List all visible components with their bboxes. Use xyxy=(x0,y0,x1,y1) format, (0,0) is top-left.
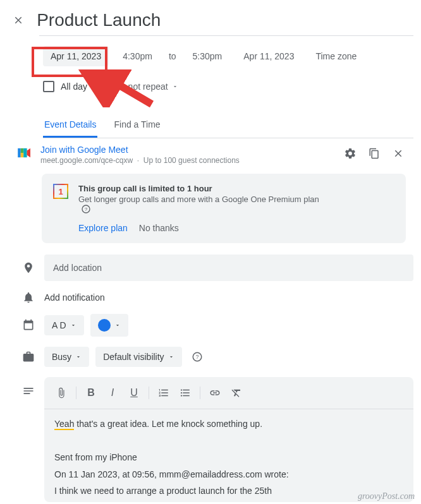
meet-settings-button[interactable] xyxy=(341,145,359,162)
tab-find-a-time[interactable]: Find a Time xyxy=(113,113,161,138)
numbered-list-button[interactable] xyxy=(154,383,173,402)
tab-event-details[interactable]: Event Details xyxy=(43,113,97,138)
editor-toolbar: B I U xyxy=(44,377,413,409)
visibility-dropdown[interactable]: Default visibility xyxy=(95,347,181,367)
timezone-button[interactable]: Time zone xyxy=(308,46,364,66)
calendar-color-dropdown[interactable] xyxy=(90,314,128,337)
join-google-meet-link[interactable]: Join with Google Meet xyxy=(40,145,333,155)
copy-icon xyxy=(369,148,380,159)
briefcase-icon xyxy=(18,351,39,363)
add-notification-button[interactable]: Add notification xyxy=(44,292,105,303)
google-one-banner: 1 This group call is limited to 1 hour G… xyxy=(42,174,406,243)
to-label: to xyxy=(166,51,179,61)
calendar-icon xyxy=(18,319,39,332)
help-icon[interactable]: ? xyxy=(81,204,91,214)
start-date-chip[interactable]: Apr 11, 2023 xyxy=(43,46,109,66)
notification-icon xyxy=(18,291,39,304)
svg-text:?: ? xyxy=(85,207,88,212)
watermark: groovyPost.com xyxy=(358,491,415,501)
link-button[interactable] xyxy=(205,383,224,402)
svg-text:?: ? xyxy=(195,354,198,360)
banner-text: Get longer group calls and more with a G… xyxy=(78,195,319,214)
chevron-down-icon xyxy=(75,354,82,360)
meet-subtext: meet.google.com/qce-cqxw · Up to 100 gue… xyxy=(40,156,333,165)
color-swatch xyxy=(98,319,111,332)
end-time-chip[interactable]: 5:30pm xyxy=(185,46,230,66)
link-icon xyxy=(209,387,221,399)
chevron-down-icon xyxy=(168,354,174,360)
google-one-icon: 1 xyxy=(53,184,68,199)
underline-button[interactable]: U xyxy=(125,383,143,402)
chevron-down-icon xyxy=(70,322,76,328)
all-day-checkbox[interactable] xyxy=(43,81,54,92)
repeat-label: Does not repeat xyxy=(105,81,168,92)
attach-button[interactable] xyxy=(52,383,71,402)
paperclip-icon xyxy=(56,387,67,399)
help-icon: ? xyxy=(192,351,203,363)
calendar-owner-dropdown[interactable]: A D xyxy=(44,315,84,335)
google-meet-icon xyxy=(18,147,32,159)
bullet-list-button[interactable] xyxy=(176,383,195,402)
gear-icon xyxy=(344,147,357,160)
close-button[interactable] xyxy=(10,11,27,29)
explore-plan-link[interactable]: Explore plan xyxy=(78,223,128,233)
bold-button[interactable]: B xyxy=(82,383,101,402)
location-icon xyxy=(18,261,39,274)
svg-rect-2 xyxy=(21,153,24,157)
close-icon xyxy=(393,148,404,159)
all-day-label: All day xyxy=(61,81,87,92)
start-time-chip[interactable]: 4:30pm xyxy=(115,46,160,66)
numbered-list-icon xyxy=(158,387,169,399)
bullet-list-icon xyxy=(180,387,191,399)
event-title-input[interactable] xyxy=(37,10,413,30)
repeat-dropdown[interactable]: Does not repeat xyxy=(97,76,186,97)
banner-title: This group call is limited to 1 hour xyxy=(78,184,319,193)
visibility-help-button[interactable]: ? xyxy=(188,348,206,366)
copy-meet-button[interactable] xyxy=(365,145,383,162)
location-input[interactable]: Add location xyxy=(44,255,413,281)
italic-button[interactable]: I xyxy=(103,383,122,402)
chevron-down-icon xyxy=(172,83,178,90)
clear-format-button[interactable] xyxy=(227,383,246,402)
close-icon xyxy=(13,15,24,26)
svg-rect-1 xyxy=(21,148,24,153)
description-textarea[interactable]: Yeah that's a great idea. Let me knock s… xyxy=(44,409,413,502)
svg-rect-3 xyxy=(23,148,27,157)
end-date-chip[interactable]: Apr 11, 2023 xyxy=(236,46,302,66)
remove-meet-button[interactable] xyxy=(389,145,407,162)
description-icon xyxy=(18,385,39,397)
no-thanks-link[interactable]: No thanks xyxy=(139,223,179,233)
svg-rect-0 xyxy=(18,148,21,157)
divider xyxy=(39,35,413,36)
clear-format-icon xyxy=(231,387,242,399)
chevron-down-icon xyxy=(114,322,121,328)
availability-dropdown[interactable]: Busy xyxy=(44,347,89,367)
